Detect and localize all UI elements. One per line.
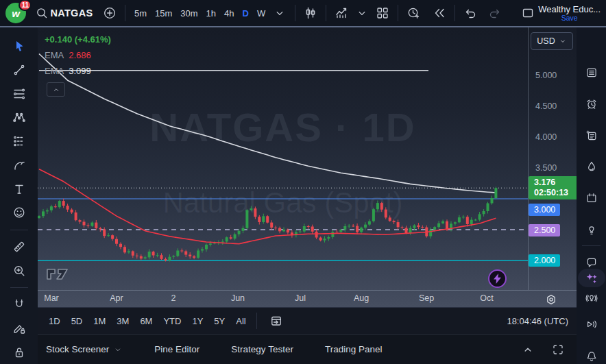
calendar-button[interactable] <box>581 188 602 208</box>
text-tool-button[interactable] <box>6 178 32 200</box>
alerts-clock-button[interactable] <box>581 94 602 114</box>
chart-style-button[interactable] <box>300 3 321 23</box>
panel-expand-button[interactable] <box>518 339 538 360</box>
chevron-down-icon <box>355 6 369 20</box>
draw-lock-tool-button[interactable] <box>6 317 32 340</box>
price-chart-canvas[interactable] <box>38 27 577 307</box>
watchlist-button[interactable] <box>581 62 602 83</box>
chart-pane[interactable]: NATGAS · 1D Natural Gas (Spot) +0.140 (+… <box>38 27 577 307</box>
interval-5m[interactable]: 5m <box>130 3 151 23</box>
broadcast-bulb-button[interactable] <box>581 288 602 308</box>
go-to-date-button[interactable] <box>266 311 287 331</box>
zoom-in-tool-button[interactable] <box>6 259 32 282</box>
legend-collapse-button[interactable] <box>47 82 65 97</box>
ai-assistant-button[interactable] <box>578 269 605 287</box>
tradingview-logo-watermark[interactable] <box>46 266 73 282</box>
forecast-tool-button[interactable] <box>6 130 32 153</box>
streams-play-icon <box>585 317 598 331</box>
toolbar-separator <box>125 5 125 21</box>
bar-replay-button[interactable] <box>429 3 450 23</box>
top-toolbar: w 11 NATGAS 5m15m30m1h4hDW <box>0 0 606 27</box>
toolbar-separator <box>454 5 455 21</box>
symbol-name: NATGAS <box>50 8 93 19</box>
range-1Y[interactable]: 1Y <box>186 312 208 330</box>
interval-1h[interactable]: 1h <box>202 3 220 23</box>
ruler-tool-button[interactable] <box>6 236 32 258</box>
lock-all-tool-button[interactable] <box>6 341 32 363</box>
server-clock[interactable]: 18:04:46 (UTC) <box>507 316 571 326</box>
price-tick: 4.000 <box>535 132 557 142</box>
date-range-toolbar: 1D5D1M3M6MYTD1Y5YAll 18:04:46 (UTC) <box>38 307 577 334</box>
emoji-tool-button[interactable] <box>6 202 32 224</box>
chart-legend[interactable]: +0.140 (+4.61%) EMA2.686 EMA3.099 <box>45 32 111 79</box>
fib-retracement-tool-button[interactable] <box>6 82 32 105</box>
chart-settings-gear-icon[interactable] <box>542 292 560 306</box>
ema-2-label: EMA <box>45 66 64 76</box>
tab-label: Trading Panel <box>325 344 383 354</box>
fullscreen-icon <box>551 343 565 356</box>
time-tick: Aug <box>354 293 369 303</box>
lock-all-icon <box>12 345 26 359</box>
trend-line-icon <box>12 63 26 77</box>
price-axis[interactable]: USD 5.0004.5004.0003.500 3.17602:50:133.… <box>528 27 577 290</box>
hotlist-flame-button[interactable] <box>581 156 602 177</box>
create-alert-button[interactable] <box>403 3 424 23</box>
account-menu[interactable]: Wealthy Educ... Save <box>538 4 602 22</box>
right-sidebar <box>577 27 606 364</box>
interval-15m[interactable]: 15m <box>151 3 176 23</box>
range-1M[interactable]: 1M <box>88 312 111 330</box>
redo-button[interactable] <box>485 3 505 23</box>
range-3M[interactable]: 3M <box>111 312 134 330</box>
indicators-button[interactable] <box>331 3 352 23</box>
range-5Y[interactable]: 5Y <box>208 312 230 330</box>
range-YTD[interactable]: YTD <box>158 312 186 330</box>
undo-button[interactable] <box>460 3 481 23</box>
brush-tool-button[interactable] <box>6 154 32 177</box>
interval-W[interactable]: W <box>253 3 269 23</box>
ema-2-row[interactable]: EMA3.099 <box>45 63 111 79</box>
trend-line-tool-button[interactable] <box>6 59 32 82</box>
interval-dropdown-button[interactable] <box>269 3 290 23</box>
interval-30m[interactable]: 30m <box>176 3 202 23</box>
news-button[interactable] <box>581 125 602 146</box>
last-price-badge: 3.17602:50:13 <box>529 176 581 199</box>
ideas-bulb-button[interactable] <box>581 219 602 240</box>
last-price-value: 3.176 <box>534 178 577 188</box>
cursor-tool-button[interactable] <box>6 35 32 58</box>
fullscreen-button[interactable] <box>548 339 568 360</box>
ruler-icon <box>12 240 26 254</box>
notifications-bell-button[interactable] <box>581 346 602 364</box>
ema-1-row[interactable]: EMA2.686 <box>45 47 111 63</box>
bottom-status-bar: Stock ScreenerPine EditorStrategy Tester… <box>38 334 577 364</box>
symbol-search-button[interactable]: NATGAS <box>36 3 93 23</box>
compare-add-symbol-button[interactable] <box>99 3 120 23</box>
streams-play-button[interactable] <box>581 314 602 335</box>
boost-flash-button[interactable] <box>488 269 507 288</box>
price-tick: 3.500 <box>535 163 557 173</box>
time-axis[interactable]: MarApr2JunJulAugSepOct <box>38 290 577 307</box>
range-5D[interactable]: 5D <box>66 312 88 330</box>
save-button[interactable]: Save <box>538 14 601 22</box>
interval-4h[interactable]: 4h <box>220 3 238 23</box>
interval-D[interactable]: D <box>239 3 253 23</box>
magnet-tool-button[interactable] <box>6 293 32 316</box>
toolbar-separator <box>326 5 326 21</box>
indicators-dropdown-button[interactable] <box>352 3 372 23</box>
range-6M[interactable]: 6M <box>134 312 158 330</box>
watchlist-icon <box>585 66 598 80</box>
strategy-tester-tab[interactable]: Strategy Tester <box>231 344 293 354</box>
pine-editor-tab[interactable]: Pine Editor <box>154 344 199 354</box>
drawing-toolbar <box>0 27 38 364</box>
toolbar-separator <box>398 5 398 21</box>
alert-clock-icon <box>407 6 420 20</box>
trading-panel-tab[interactable]: Trading Panel <box>325 344 383 354</box>
range-1D[interactable]: 1D <box>43 312 66 330</box>
xabcd-pattern-tool-button[interactable] <box>6 106 32 129</box>
layout-grid-button[interactable] <box>372 3 393 23</box>
currency-selector[interactable]: USD <box>531 32 573 50</box>
range-All[interactable]: All <box>230 312 251 330</box>
stock-screener-tab[interactable]: Stock Screener <box>46 344 123 354</box>
save-layout-button[interactable] <box>518 3 538 23</box>
grid-layout-icon <box>376 6 389 20</box>
app-logo[interactable]: w 11 <box>5 1 29 25</box>
